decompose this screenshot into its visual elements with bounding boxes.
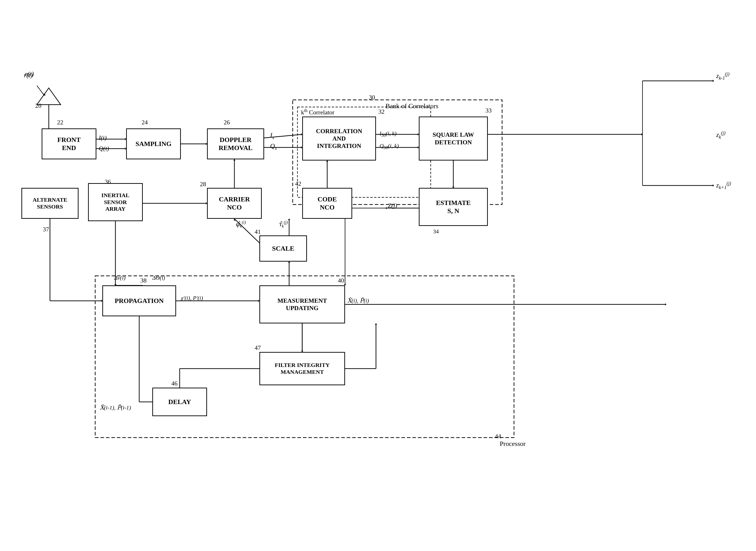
square-law-number: 33 xyxy=(485,107,492,114)
estimate-number: 34 xyxy=(433,228,439,235)
inertial-number: 36 xyxy=(105,178,111,185)
I-t-label: I(t) xyxy=(99,134,106,141)
estimate-sn-block: ESTIMATE S, N xyxy=(419,188,488,226)
inertial-sensor-block: INERTIAL SENSOR ARRAY xyxy=(88,183,143,221)
correlation-block: CORRELATION AND INTEGRATION xyxy=(302,116,376,160)
Q50-label: Q50(i, k) xyxy=(380,143,399,150)
square-law-block: SQUARE LAW DETECTION xyxy=(419,116,488,160)
meas-updating-block: MEASUREMENT UPDATING xyxy=(259,286,345,324)
Z-j-label: Z(j) xyxy=(388,202,397,209)
code-nco-block: CODE NCO xyxy=(302,188,352,219)
z-km1-label: zk-1(j) xyxy=(716,71,729,81)
alternate-sensors-block: ALTERNATE SENSORS xyxy=(21,188,78,219)
z-k-label: zk(j) xyxy=(716,130,726,140)
r-t-main-label: r(t) xyxy=(25,70,34,78)
svg-marker-22 xyxy=(641,133,643,135)
svg-marker-40 xyxy=(665,303,666,306)
filter-number: 47 xyxy=(255,344,261,352)
svg-marker-38 xyxy=(234,219,236,221)
diagram-container: r(t) 20 FRONT END 22 I(t) Q(t) SAMPLING … xyxy=(0,0,756,551)
chi-prime-label: χ′(i), P′(i) xyxy=(181,295,203,301)
kth-correlator-label: kth Correlator xyxy=(301,108,334,116)
processor-number: 44 xyxy=(495,433,501,440)
diagram-arrows xyxy=(0,0,756,551)
propagation-number: 38 xyxy=(141,277,147,284)
meas-number: 40 xyxy=(338,277,344,284)
svg-marker-36 xyxy=(288,219,290,220)
svg-marker-44 xyxy=(288,261,290,263)
x-hat-P-hat-label: X̂(i), P̂(i) xyxy=(347,297,369,304)
antenna-number: 20 xyxy=(35,102,41,109)
svg-marker-28 xyxy=(233,159,236,160)
delta-nu-label: Δν(i) xyxy=(114,275,125,281)
z-kp1-label: zk+1(j) xyxy=(716,181,731,190)
phi-k-label: φ̂k(i) xyxy=(236,220,246,229)
carrier-nco-number: 28 xyxy=(200,181,206,188)
propagation-block: PROPAGATION xyxy=(102,286,176,316)
delay-number: 46 xyxy=(171,380,178,387)
kth-correlator-number: 32 xyxy=(379,108,385,115)
svg-marker-26 xyxy=(713,184,714,187)
svg-line-13 xyxy=(264,134,302,138)
I50-label: I50(i, k) xyxy=(380,130,397,138)
svg-marker-55 xyxy=(375,324,377,325)
svg-marker-34 xyxy=(386,207,387,209)
scale-block: SCALE xyxy=(259,235,307,261)
carrier-nco-block: CARRIER NCO xyxy=(207,188,262,219)
delay-block: DELAY xyxy=(152,388,207,416)
code-nco-number: 42 xyxy=(295,180,301,187)
Is-label: Is xyxy=(270,131,274,140)
alternate-number: 37 xyxy=(43,226,49,233)
svg-line-2 xyxy=(37,86,44,95)
front-end-block: FRONT END xyxy=(42,128,96,159)
svg-marker-30 xyxy=(326,160,328,162)
sampling-number: 24 xyxy=(142,119,148,126)
front-end-number: 22 xyxy=(57,119,63,126)
delta-theta-label: ΔΘ(i) xyxy=(152,275,165,281)
svg-marker-3 xyxy=(43,93,46,96)
Q-t-label: Q(t) xyxy=(99,145,109,152)
Qs-label: Qs xyxy=(270,142,277,151)
tau-k-label: τ̂k(j) xyxy=(278,220,288,229)
svg-marker-24 xyxy=(713,80,714,82)
bank-of-correlators-label: Bank of Correlators xyxy=(386,102,438,110)
filter-integrity-block: FILTER INTEGRITY MANAGEMENT xyxy=(259,352,345,385)
processor-label: Processor xyxy=(500,440,526,448)
bank-number: 30 xyxy=(369,94,375,101)
sampling-block: SAMPLING xyxy=(126,128,181,159)
doppler-removal-block: DOPPLER REMOVAL xyxy=(207,128,264,159)
scale-number: 41 xyxy=(255,228,261,235)
doppler-number: 26 xyxy=(224,119,230,126)
x-hat-delay-label: X̂(i-1), P̂(i-1) xyxy=(100,404,131,411)
